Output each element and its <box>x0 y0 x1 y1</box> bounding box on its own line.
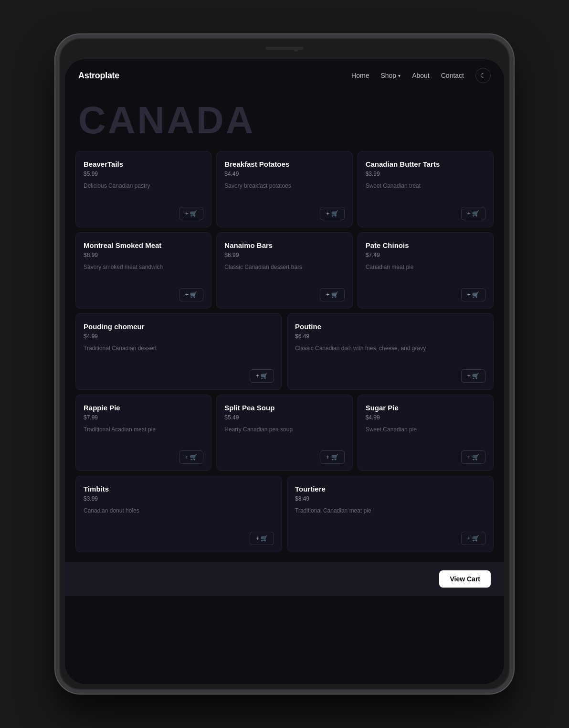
nav-links: Home Shop ▾ About Contact ☾ <box>351 68 491 83</box>
product-name: Pouding chomeur <box>84 322 274 331</box>
product-price: $4.99 <box>84 333 274 340</box>
product-desc: Classic Canadian dish with fries, cheese… <box>295 344 485 364</box>
product-desc: Canadian meat pie <box>366 263 485 282</box>
product-card-timbits: Timbits $3.99 Canadian donut holes + 🛒 <box>75 476 282 552</box>
product-name: Poutine <box>295 322 485 331</box>
product-name: Breakfast Potatoes <box>224 160 344 169</box>
add-to-cart-button[interactable]: + 🛒 <box>461 207 485 220</box>
product-name: Rappie Pie <box>84 404 203 412</box>
product-price: $6.99 <box>224 252 344 258</box>
side-button-3 <box>512 201 514 234</box>
product-desc: Canadian donut holes <box>84 507 274 526</box>
chevron-down-icon: ▾ <box>398 73 400 78</box>
product-name: Sugar Pie <box>366 404 485 412</box>
nav-shop-label: Shop <box>380 72 396 79</box>
add-to-cart-button[interactable]: + 🛒 <box>179 450 203 464</box>
add-to-cart-button[interactable]: + 🛒 <box>320 207 344 220</box>
tablet-screen: Astroplate Home Shop ▾ About Contact ☾ C… <box>65 59 504 684</box>
product-name: Nanaimo Bars <box>224 241 344 250</box>
product-price: $5.49 <box>224 414 344 421</box>
products-grid-row5: Timbits $3.99 Canadian donut holes + 🛒 T… <box>75 476 494 552</box>
product-card-smoked-meat: Montreal Smoked Meat $8.99 Savory smoked… <box>75 232 211 309</box>
add-to-cart-button[interactable]: + 🛒 <box>461 450 485 464</box>
product-card-rappie-pie: Rappie Pie $7.99 Traditional Acadian mea… <box>75 395 211 471</box>
products-grid-row2: Montreal Smoked Meat $8.99 Savory smoked… <box>75 232 494 309</box>
product-desc: Sweet Canadian treat <box>366 182 485 201</box>
product-card-split-pea-soup: Split Pea Soup $5.49 Hearty Canadian pea… <box>216 395 352 471</box>
product-desc: Savory breakfast potatoes <box>224 182 344 201</box>
product-card-breakfast-potatoes: Breakfast Potatoes $4.49 Savory breakfas… <box>216 151 352 227</box>
add-to-cart-button[interactable]: + 🛒 <box>461 532 485 545</box>
product-card-butter-tarts: Canadian Butter Tarts $3.99 Sweet Canadi… <box>358 151 494 227</box>
product-price: $8.49 <box>295 495 485 502</box>
products-grid-row3: Pouding chomeur $4.99 Traditional Canadi… <box>75 313 494 390</box>
product-name: Split Pea Soup <box>224 404 344 412</box>
product-card-poutine: Poutine $6.49 Classic Canadian dish with… <box>287 313 494 390</box>
app-container[interactable]: Astroplate Home Shop ▾ About Contact ☾ C… <box>65 59 504 684</box>
product-desc: Hearty Canadian pea soup <box>224 426 344 445</box>
add-to-cart-button[interactable]: + 🛒 <box>320 288 344 301</box>
product-desc: Traditional Canadian meat pie <box>295 507 485 526</box>
tablet-frame: Astroplate Home Shop ▾ About Contact ☾ C… <box>55 34 514 694</box>
product-price: $4.99 <box>366 414 485 421</box>
nav-contact[interactable]: Contact <box>441 72 464 79</box>
nav-about[interactable]: About <box>412 72 430 79</box>
product-desc: Traditional Acadian meat pie <box>84 426 203 445</box>
product-card-beavertails: BeaverTails $5.99 Delicious Canadian pas… <box>75 151 211 227</box>
product-card-pouding: Pouding chomeur $4.99 Traditional Canadi… <box>75 313 282 390</box>
product-desc: Sweet Canadian pie <box>366 426 485 445</box>
products-area: BeaverTails $5.99 Delicious Canadian pas… <box>65 151 504 562</box>
product-desc: Traditional Canadian dessert <box>84 344 274 364</box>
product-card-pate-chinois: Pate Chinois $7.49 Canadian meat pie + 🛒 <box>358 232 494 309</box>
navbar: Astroplate Home Shop ▾ About Contact ☾ <box>65 59 504 92</box>
product-card-tourtiere: Tourtiere $8.49 Traditional Canadian mea… <box>287 476 494 552</box>
product-name: Canadian Butter Tarts <box>366 160 485 169</box>
product-desc: Classic Canadian dessert bars <box>224 263 344 282</box>
side-button-1 <box>512 124 514 143</box>
product-desc: Delicious Canadian pastry <box>84 182 203 201</box>
product-card-sugar-pie: Sugar Pie $4.99 Sweet Canadian pie + 🛒 <box>358 395 494 471</box>
nav-shop[interactable]: Shop ▾ <box>380 72 400 79</box>
product-name: Montreal Smoked Meat <box>84 241 203 250</box>
nav-logo[interactable]: Astroplate <box>78 71 119 81</box>
hero-title: CANADA <box>65 92 504 151</box>
add-to-cart-button[interactable]: + 🛒 <box>179 207 203 220</box>
add-to-cart-button[interactable]: + 🛒 <box>461 369 485 383</box>
view-cart-button[interactable]: View Cart <box>439 570 491 588</box>
product-card-nanaimo-bars: Nanaimo Bars $6.99 Classic Canadian dess… <box>216 232 352 309</box>
add-to-cart-button[interactable]: + 🛒 <box>320 450 344 464</box>
products-grid-row1: BeaverTails $5.99 Delicious Canadian pas… <box>75 151 494 227</box>
product-name: Pate Chinois <box>366 241 485 250</box>
theme-toggle-button[interactable]: ☾ <box>475 68 491 83</box>
add-to-cart-button[interactable]: + 🛒 <box>250 369 274 383</box>
nav-home[interactable]: Home <box>351 72 369 79</box>
product-name: Tourtiere <box>295 485 485 493</box>
add-to-cart-button[interactable]: + 🛒 <box>179 288 203 301</box>
side-button-2 <box>512 158 514 191</box>
product-name: Timbits <box>84 485 274 493</box>
product-price: $7.99 <box>84 414 203 421</box>
product-name: BeaverTails <box>84 160 203 169</box>
product-price: $7.49 <box>366 252 485 258</box>
product-price: $6.49 <box>295 333 485 340</box>
products-grid-row4: Rappie Pie $7.99 Traditional Acadian mea… <box>75 395 494 471</box>
product-price: $5.99 <box>84 171 203 177</box>
product-price: $3.99 <box>84 495 274 502</box>
footer-bar: View Cart <box>65 562 504 596</box>
add-to-cart-button[interactable]: + 🛒 <box>250 532 274 545</box>
product-price: $3.99 <box>366 171 485 177</box>
product-price: $4.49 <box>224 171 344 177</box>
add-to-cart-button[interactable]: + 🛒 <box>461 288 485 301</box>
product-price: $8.99 <box>84 252 203 258</box>
product-desc: Savory smoked meat sandwich <box>84 263 203 282</box>
